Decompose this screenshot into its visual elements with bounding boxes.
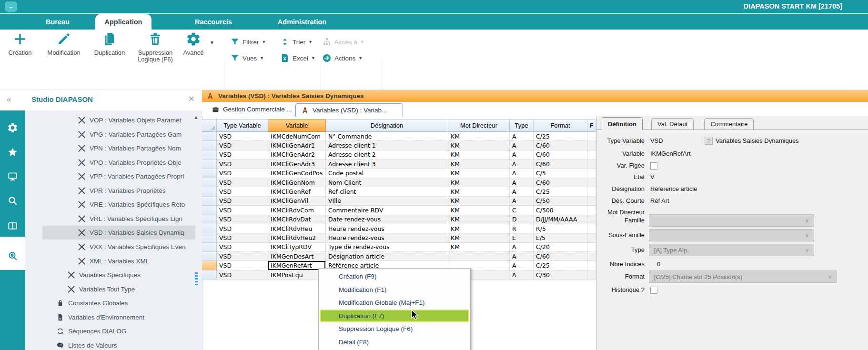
ribbon-button-excel[interactable]: Excel▼: [280, 53, 315, 63]
table-cell[interactable]: IKMCliGenAdr1: [268, 141, 326, 150]
table-cell[interactable]: Nom Client: [326, 178, 448, 187]
table-cell[interactable]: C/5: [534, 169, 587, 178]
ribbon-button-duplication[interactable]: Duplication: [88, 31, 131, 56]
sidebar-item-vpr[interactable]: VPR : Variables Propriétés: [42, 184, 195, 198]
table-cell[interactable]: KM: [448, 197, 510, 206]
column-header-variable[interactable]: Variable: [268, 119, 326, 132]
table-cell[interactable]: KM: [448, 233, 510, 242]
table-cell[interactable]: A: [510, 132, 534, 141]
table-cell[interactable]: D: [510, 215, 534, 224]
table-cell[interactable]: A: [510, 243, 534, 252]
ribbon-button-suppression-logique-f6-[interactable]: Suppression Logique (F6): [132, 31, 178, 63]
table-cell[interactable]: KM: [448, 132, 510, 141]
sidebar-item-vpn[interactable]: VPN : Variables Partagées Nom: [42, 141, 195, 155]
table-cell[interactable]: A: [510, 270, 534, 280]
table-cell[interactable]: KM: [448, 187, 510, 196]
row-selector-cell[interactable]: [202, 141, 217, 150]
sidebar-item-variables[interactable]: Variables Spécifiques: [42, 268, 195, 282]
table-select-all-cell[interactable]: [202, 119, 217, 132]
table-cell[interactable]: VSD: [217, 252, 268, 261]
table-cell[interactable]: A: [510, 141, 534, 150]
checkbox-var-fig-e[interactable]: [650, 162, 657, 170]
table-cell[interactable]: E: [510, 233, 534, 242]
tab-gestion-commerciale[interactable]: Gestion Commerciale ...: [207, 103, 305, 115]
context-menu-item-d-tail-f8-[interactable]: Détail (F8): [320, 336, 469, 349]
row-selector-cell[interactable]: [202, 206, 217, 215]
row-selector-cell[interactable]: [202, 224, 217, 233]
strip-monitor-icon[interactable]: [0, 168, 25, 187]
column-header-type-variable[interactable]: Type Variable: [217, 119, 268, 132]
row-selector-cell[interactable]: [202, 178, 217, 187]
sidebar-item-listes[interactable]: Listes de Valeurs: [42, 339, 195, 350]
table-cell[interactable]: VSD: [217, 270, 268, 280]
table-cell[interactable]: IKMCliGenAdr3: [268, 160, 326, 169]
tree-scroll-up-icon[interactable]: ▲: [193, 114, 199, 120]
sidebar-item-variables[interactable]: Variables d'Environnement: [42, 310, 195, 324]
menu-tab-administration[interactable]: Administration: [263, 14, 341, 30]
context-menu-item-modification-globale-maj-f1-[interactable]: Modification Globale (Maj+F1): [320, 296, 469, 310]
strip-search-icon[interactable]: [0, 192, 25, 211]
ribbon-button-avanc-[interactable]: Avancé: [179, 31, 208, 56]
table-cell[interactable]: A: [510, 197, 534, 206]
table-cell[interactable]: KM: [448, 206, 510, 215]
table-cell[interactable]: IKMCliGenAdr2: [268, 150, 326, 160]
table-row[interactable]: VSDIKMCliGenNomNom ClientKMAC/60: [202, 178, 596, 187]
context-menu-item-duplication-f7-[interactable]: Duplication (F7): [320, 310, 469, 323]
tab-variables-vsd[interactable]: Variables (VSD) : Variab...: [295, 103, 403, 117]
table-row[interactable]: VSDIKMCliRdvComCommentaire RDVKMCC/500: [202, 206, 596, 215]
row-selector-cell[interactable]: [202, 243, 217, 252]
row-selector-cell[interactable]: [202, 270, 217, 280]
detail-tab-val-d-faut[interactable]: Val. Défaut: [651, 118, 694, 130]
table-cell[interactable]: IKMCliGenCodPos: [268, 169, 326, 178]
table-cell[interactable]: C/50: [534, 197, 587, 206]
checkbox-historique-[interactable]: [650, 287, 657, 294]
table-cell[interactable]: VSD: [217, 243, 268, 252]
table-cell[interactable]: Code postal: [326, 169, 448, 178]
table-cell[interactable]: Ref client: [326, 187, 448, 196]
close-sidebar-icon[interactable]: ✕: [188, 94, 194, 103]
table-cell[interactable]: C: [510, 206, 534, 215]
dropdown-caret-icon[interactable]: ▼: [210, 40, 214, 45]
select-famille[interactable]: ∨: [649, 214, 814, 227]
table-cell[interactable]: C/60: [534, 160, 587, 169]
ribbon-button-vues[interactable]: Vues▼: [230, 53, 264, 63]
menu-tab-application[interactable]: Application: [95, 14, 151, 30]
sidebar-item-vpp[interactable]: VPP : Variables Partagées Propri: [42, 170, 195, 183]
table-cell[interactable]: VSD: [217, 150, 268, 160]
ribbon-button-trier[interactable]: Trier▼: [280, 37, 313, 47]
table-cell[interactable]: IKMCliGenVil: [268, 197, 326, 206]
table-cell[interactable]: A: [510, 252, 534, 261]
select-sous-famille[interactable]: ∨: [649, 229, 814, 241]
table-cell[interactable]: IKMPosEqu: [268, 270, 326, 280]
table-cell[interactable]: A: [510, 261, 534, 270]
sidebar-item-vsd[interactable]: VSD : Variables Saisies Dynamiq: [42, 226, 195, 240]
table-cell[interactable]: C/25: [534, 132, 587, 141]
table-cell[interactable]: IKMCliGenRef: [268, 187, 326, 196]
sidebar-item-constantes[interactable]: Constantes Globales: [42, 296, 195, 310]
table-cell[interactable]: KM: [448, 141, 510, 150]
select-type[interactable]: [A] Type Alp.∨: [649, 244, 814, 256]
row-selector-cell[interactable]: [202, 187, 217, 196]
table-cell[interactable]: A: [510, 150, 534, 160]
table-cell[interactable]: KM: [448, 243, 510, 252]
table-cell[interactable]: VSD: [217, 233, 268, 242]
table-cell[interactable]: VSD: [217, 261, 268, 270]
table-cell[interactable]: VSD: [217, 187, 268, 196]
table-cell[interactable]: A: [510, 160, 534, 169]
table-cell[interactable]: R/5: [534, 224, 587, 233]
table-cell[interactable]: IKMCliRdvHeu2: [268, 233, 326, 242]
table-cell[interactable]: N° Commande: [326, 132, 448, 141]
table-cell[interactable]: Désignation article: [326, 252, 448, 261]
tree-scrollbar-thumb[interactable]: [195, 272, 198, 286]
table-cell[interactable]: A: [510, 178, 534, 187]
sidebar-item-variables[interactable]: Variables Tout Type: [42, 282, 195, 296]
table-row[interactable]: VSDIKMCliGenCodPosCode postalKMAC/5: [202, 169, 596, 178]
context-menu-item-suppression-logique-f6-[interactable]: Suppression Logique (F6): [320, 322, 469, 336]
detail-tab-d-finition[interactable]: Définition: [602, 117, 643, 130]
table-row[interactable]: VSDIKMCliGenRefRef clientKMAC/25: [202, 187, 596, 196]
table-cell[interactable]: Adresse client 1: [326, 141, 448, 150]
table-cell[interactable]: C/30: [534, 270, 587, 280]
select-format[interactable]: [C/25] Chaîne sur 25 Position(s)∨: [649, 270, 837, 283]
collapse-sidebar-icon[interactable]: «: [7, 95, 11, 104]
table-cell[interactable]: VSD: [217, 206, 268, 215]
